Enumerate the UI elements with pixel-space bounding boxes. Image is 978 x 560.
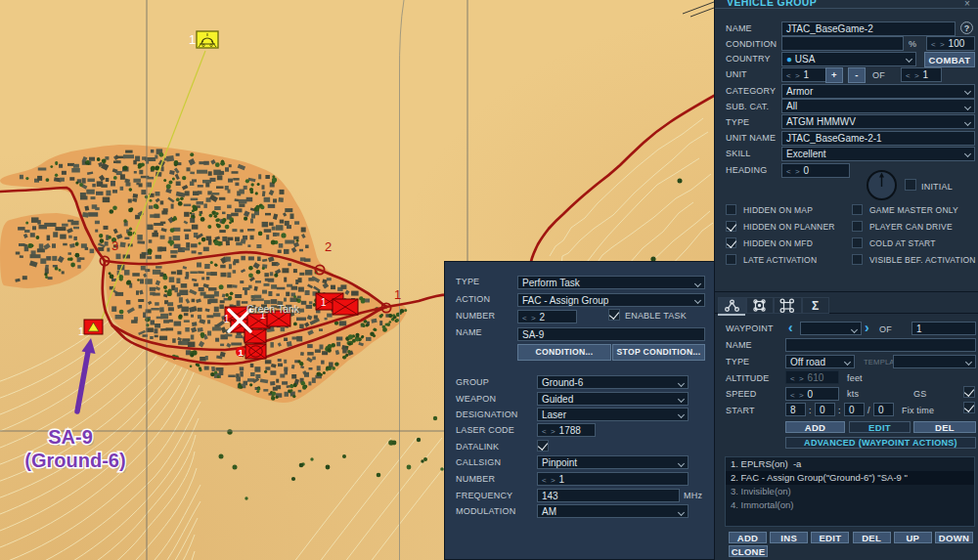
svg-text:1: 1	[189, 32, 196, 47]
svg-text:3: 3	[111, 238, 118, 253]
svg-text:1: 1	[394, 287, 401, 302]
svg-text:SA-9: SA-9	[48, 426, 93, 448]
svg-text:1: 1	[239, 347, 244, 358]
svg-text:1: 1	[78, 325, 84, 337]
svg-text:2: 2	[325, 239, 332, 254]
svg-text:(Ground-6): (Ground-6)	[24, 450, 125, 471]
svg-text:Green Tank: Green Tank	[246, 303, 300, 315]
svg-text:1: 1	[224, 314, 230, 324]
svg-text:Σ: Σ	[812, 299, 819, 313]
svg-text:1: 1	[321, 297, 327, 308]
